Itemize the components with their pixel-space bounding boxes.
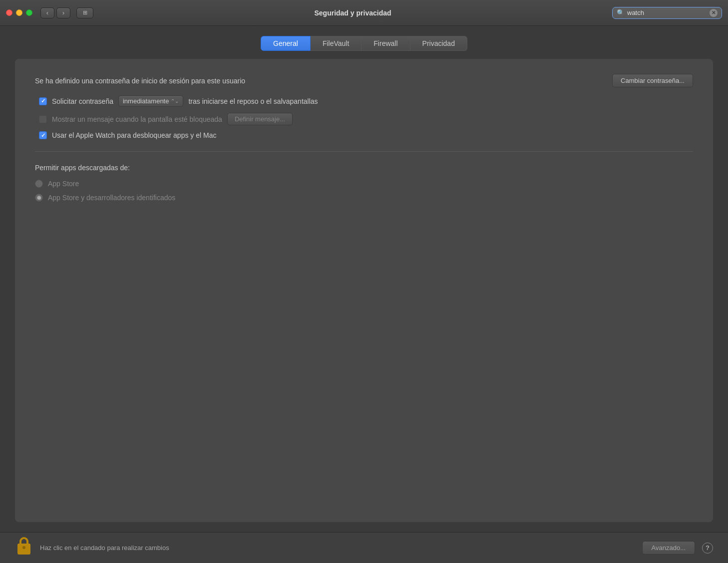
tabs: General FileVault Firewall Privacidad [15, 36, 713, 51]
checkbox-apple-watch[interactable]: ✓ [39, 131, 47, 139]
option-solicitar-label-after: tras iniciarse el reposo o el salvapanta… [188, 97, 318, 105]
forward-button[interactable]: › [56, 7, 70, 18]
radio-app-store[interactable]: App Store [35, 180, 693, 188]
lock-body [17, 544, 30, 555]
search-clear-button[interactable]: ✕ [710, 9, 718, 17]
option-solicitar-label-before: Solicitar contraseña [52, 97, 113, 105]
dropdown-arrow-icon: ⌃⌄ [171, 98, 179, 104]
option-solicitar: ✓ Solicitar contraseña inmediatamente ⌃⌄… [39, 95, 693, 107]
password-label: Se ha definido una contraseña de inicio … [35, 77, 604, 85]
option-mostrar-label: Mostrar un mensaje cuando la pantalla es… [52, 115, 222, 123]
search-icon: 🔍 [617, 9, 625, 16]
nav-buttons: ‹ › [40, 7, 70, 18]
download-title: Permitir apps descargadas de: [35, 164, 693, 172]
radio-app-store-dev-label: App Store y desarrolladores identificado… [48, 194, 175, 202]
radio-app-store-label: App Store [48, 180, 79, 188]
checkmark-icon: ✓ [41, 98, 45, 104]
password-row: Se ha definido una contraseña de inicio … [35, 74, 693, 87]
checkmark-icon-2: ✓ [41, 132, 45, 139]
tab-privacidad[interactable]: Privacidad [410, 36, 467, 51]
close-button[interactable] [6, 9, 12, 16]
lock-shackle [19, 537, 28, 544]
search-input[interactable] [627, 9, 707, 16]
tab-filevault[interactable]: FileVault [311, 36, 362, 51]
search-box[interactable]: 🔍 ✕ [612, 7, 722, 19]
bottom-bar: Haz clic en el candado para realizar cam… [0, 532, 728, 563]
checkbox-mostrar[interactable] [39, 115, 47, 123]
change-password-button[interactable]: Cambiar contraseña... [612, 74, 693, 87]
dropdown-value: inmediatamente [123, 97, 169, 105]
titlebar: ‹ › ⊞ Seguridad y privacidad 🔍 ✕ [0, 0, 728, 26]
help-button[interactable]: ? [702, 543, 713, 554]
window-title: Seguridad y privacidad [97, 9, 608, 17]
option-apple-watch: ✓ Usar el Apple Watch para desbloquear a… [39, 131, 693, 139]
radio-app-store-dev[interactable]: App Store y desarrolladores identificado… [35, 194, 693, 202]
traffic-lights [6, 9, 32, 16]
panel: Se ha definido una contraseña de inicio … [15, 59, 713, 522]
tab-general[interactable]: General [261, 36, 311, 51]
divider [35, 151, 693, 152]
define-message-button[interactable]: Definir mensaje... [227, 113, 293, 125]
back-button[interactable]: ‹ [40, 7, 54, 18]
minimize-button[interactable] [16, 9, 22, 16]
bottom-text: Haz clic en el candado para realizar cam… [40, 544, 635, 552]
option-mostrar: Mostrar un mensaje cuando la pantalla es… [39, 113, 693, 125]
checkbox-solicitar[interactable]: ✓ [39, 97, 47, 105]
radio-app-store-dev-button[interactable] [35, 194, 43, 202]
password-timing-dropdown[interactable]: inmediatamente ⌃⌄ [118, 95, 184, 107]
download-section: Permitir apps descargadas de: App Store … [35, 164, 693, 202]
option-apple-watch-label: Usar el Apple Watch para desbloquear app… [52, 131, 216, 139]
lock-icon [15, 537, 33, 559]
lock-keyhole [22, 546, 25, 549]
maximize-button[interactable] [26, 9, 32, 16]
advanced-button[interactable]: Avanzado... [642, 541, 695, 555]
options-list: ✓ Solicitar contraseña inmediatamente ⌃⌄… [35, 95, 693, 139]
tab-firewall[interactable]: Firewall [362, 36, 410, 51]
main-content: General FileVault Firewall Privacidad Se… [0, 26, 728, 532]
grid-button[interactable]: ⊞ [76, 7, 93, 18]
radio-app-store-button[interactable] [35, 180, 43, 188]
